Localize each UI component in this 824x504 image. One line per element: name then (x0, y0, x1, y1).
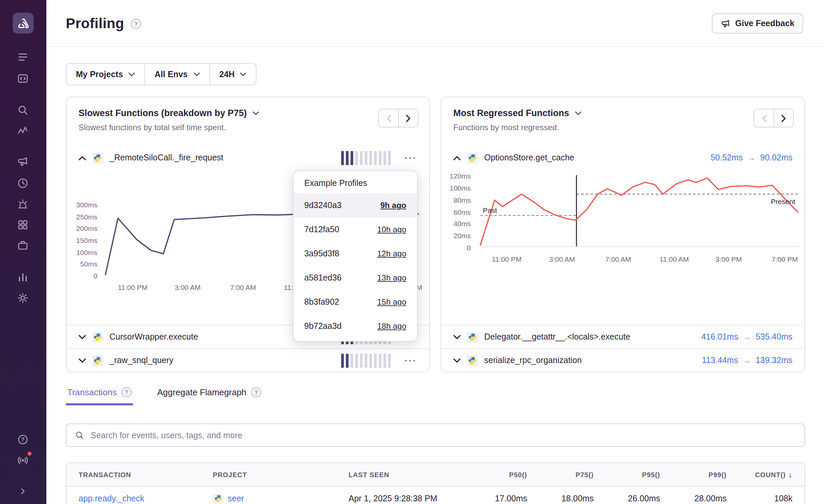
give-feedback-button[interactable]: Give Feedback (712, 13, 804, 34)
date-range-filter[interactable]: 24H (209, 64, 256, 85)
expand-row-icon[interactable] (79, 335, 86, 339)
profile-candidates-sparkline[interactable] (341, 151, 391, 165)
page-header: Profiling Give Feedback (46, 0, 824, 47)
project-link[interactable]: seer (228, 494, 244, 503)
issues-icon[interactable] (14, 48, 32, 66)
column-header-last-seen[interactable]: LAST SEEN (349, 471, 461, 478)
profile-row[interactable]: a581ed36 13h ago (293, 266, 417, 290)
project-filter[interactable]: My Projects (66, 64, 144, 85)
slowest-functions-title-dropdown[interactable]: Slowest Functions (breakdown by P75) (79, 108, 417, 118)
after-duration-link[interactable]: 90.02ms (760, 153, 792, 162)
chevron-left-icon (761, 114, 767, 122)
search-input[interactable] (91, 431, 796, 440)
tab-aggregate-flamegraph[interactable]: Aggregate Flamegraph (156, 383, 263, 405)
profile-row[interactable]: 8b3fa902 15h ago (293, 290, 417, 314)
column-header-count[interactable]: COUNT() (727, 470, 805, 478)
sidebar-collapse-icon[interactable] (14, 483, 32, 500)
function-name-link[interactable]: serialize_rpc_organization (484, 356, 582, 365)
chevron-right-icon (406, 114, 411, 122)
before-duration-link[interactable]: 416.01ms (701, 332, 738, 342)
whats-new-icon[interactable] (14, 452, 32, 469)
profile-row[interactable]: 9b72aa3d 18h ago (293, 314, 417, 338)
profile-age-link[interactable]: 13h ago (377, 273, 406, 283)
feedback-icon[interactable] (14, 153, 32, 170)
collapse-row-icon[interactable] (79, 155, 86, 160)
arrow-right-icon (747, 153, 756, 162)
function-name-link[interactable]: OptionsStore.get_cache (484, 153, 574, 162)
function-name-link[interactable]: Delegator.__getattr__.<locals>.execute (484, 332, 630, 342)
after-duration-link[interactable]: 139.32ms (756, 356, 792, 365)
traces-icon[interactable] (14, 122, 32, 140)
panel-title: Slowest Functions (breakdown by P75) (79, 108, 247, 118)
alerts-icon[interactable] (14, 195, 32, 213)
more-options-icon[interactable] (405, 356, 417, 365)
insights-icon[interactable] (14, 237, 32, 254)
python-platform-icon (467, 355, 478, 366)
profile-id: 7d12fa50 (304, 225, 339, 234)
expand-row-icon[interactable] (453, 358, 461, 363)
help-circle-icon[interactable] (122, 387, 132, 397)
stats-icon[interactable] (14, 268, 32, 286)
profile-age-link[interactable]: 15h ago (377, 297, 406, 307)
explore-icon[interactable] (14, 70, 32, 87)
python-platform-icon (92, 355, 103, 366)
table-row[interactable]: app.ready._check seer Apr 1, 2025 9:28:3… (66, 487, 805, 504)
dashboards-icon[interactable] (14, 216, 32, 234)
column-header-p99[interactable]: P99() (660, 471, 727, 478)
regressed-function-chart[interactable]: PastPresent (479, 175, 799, 247)
baseline-label: Past (483, 206, 497, 214)
prev-page-button[interactable] (379, 109, 398, 127)
help-circle-icon[interactable] (251, 387, 261, 397)
pagination (753, 109, 794, 128)
chevron-left-icon (386, 114, 391, 122)
panel-subtitle: Slowest functions by total self time spe… (79, 123, 417, 132)
transaction-link[interactable]: app.ready._check (79, 494, 144, 503)
profile-age-link[interactable]: 10h ago (377, 225, 406, 234)
collapse-row-icon[interactable] (453, 155, 461, 160)
before-duration-link[interactable]: 113.44ms (702, 356, 738, 365)
expand-row-icon[interactable] (453, 335, 461, 339)
last-seen-value: Apr 1, 2025 9:28:38 PM (349, 494, 461, 503)
before-duration-link[interactable]: 50.52ms (711, 153, 743, 162)
date-range-filter-label: 24H (219, 69, 235, 79)
next-page-button[interactable] (398, 109, 418, 127)
releases-icon[interactable] (14, 174, 32, 192)
search-icon (75, 430, 85, 440)
sentry-logo[interactable] (13, 13, 34, 34)
search-icon[interactable] (14, 101, 32, 119)
next-page-button[interactable] (774, 109, 793, 127)
expand-row-icon[interactable] (79, 358, 86, 363)
column-header-p75[interactable]: P75() (527, 471, 594, 478)
profile-candidates-sparkline[interactable] (341, 353, 391, 367)
function-name-link[interactable]: CursorWrapper.execute (109, 332, 198, 342)
profile-age-link[interactable]: 9h ago (380, 201, 406, 210)
profile-row[interactable]: 9d3240a3 9h ago (293, 193, 417, 217)
profile-age-link[interactable]: 18h ago (377, 321, 406, 331)
profile-row[interactable]: 7d12fa50 10h ago (293, 217, 417, 242)
panel-subtitle: Functions by most regressed. (453, 123, 792, 132)
most-regressed-title-dropdown[interactable]: Most Regressed Functions (453, 108, 792, 118)
column-header-p50[interactable]: P50() (461, 471, 527, 478)
prev-page-button[interactable] (754, 109, 774, 127)
column-header-transaction[interactable]: TRANSACTION (66, 471, 213, 478)
help-circle-icon[interactable] (131, 18, 141, 29)
profile-age-link[interactable]: 12h ago (377, 249, 406, 258)
baseline-label: Present (771, 197, 795, 205)
column-header-project[interactable]: PROJECT (213, 471, 349, 478)
profile-id: 9d3240a3 (304, 201, 341, 210)
python-platform-icon (213, 494, 223, 504)
function-name-link[interactable]: _raw_snql_query (109, 356, 173, 365)
function-row: Delegator.__getattr__.<locals>.execute 4… (441, 325, 805, 348)
profile-row[interactable]: 3a95d3f8 12h ago (293, 242, 417, 266)
after-duration-link[interactable]: 535.40ms (756, 332, 792, 342)
more-options-icon[interactable] (405, 153, 417, 162)
environment-filter[interactable]: All Envs (144, 64, 209, 85)
project-cell: seer (213, 494, 349, 504)
chevron-right-icon (781, 114, 786, 122)
function-name-link[interactable]: _RemoteSiloCall._fire_request (109, 153, 223, 162)
profile-id: 9b72aa3d (304, 321, 341, 331)
settings-icon[interactable] (14, 289, 32, 307)
column-header-p95[interactable]: P95() (594, 471, 660, 478)
help-icon[interactable]: ? (14, 431, 32, 448)
tab-transactions[interactable]: Transactions (66, 383, 133, 405)
